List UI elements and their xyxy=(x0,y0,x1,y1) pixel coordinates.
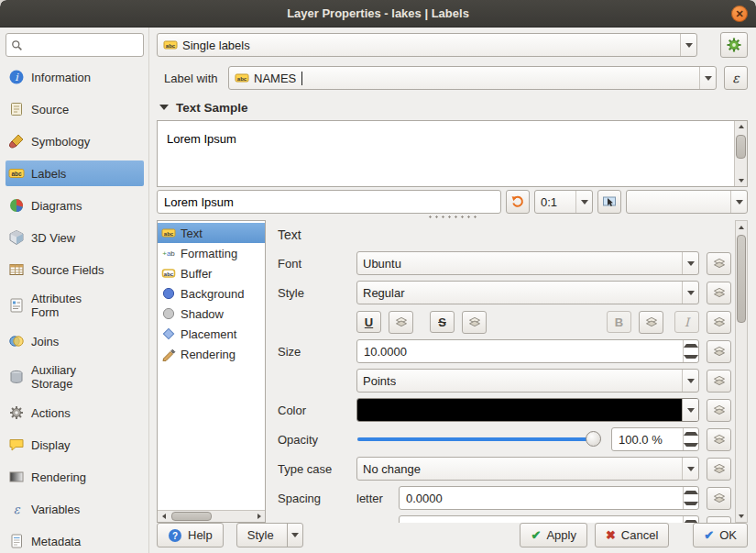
italic-override-button[interactable] xyxy=(707,311,731,334)
sidebar-item-3d-view[interactable]: 3D View xyxy=(5,225,144,250)
sample-background-color-combo[interactable] xyxy=(626,190,748,214)
tab-background[interactable]: Background xyxy=(158,283,265,304)
tabs-horizontal-scrollbar[interactable] xyxy=(158,510,265,522)
underline-override-button[interactable] xyxy=(389,311,413,334)
slider-handle[interactable] xyxy=(586,431,601,447)
close-icon[interactable] xyxy=(731,6,748,22)
word-spacing-override-button[interactable] xyxy=(707,516,731,524)
label-mode-combo[interactable]: abc Single labels xyxy=(157,33,697,57)
scrollbar-thumb[interactable] xyxy=(737,235,746,323)
scroll-up-icon[interactable] xyxy=(735,121,747,133)
size-spinbox[interactable]: 10.0000 xyxy=(356,339,699,363)
spin-up-icon[interactable] xyxy=(684,428,698,439)
tab-rendering[interactable]: Rendering xyxy=(158,344,265,364)
scroll-down-icon[interactable] xyxy=(736,510,747,522)
font-color-button[interactable] xyxy=(356,398,699,422)
size-override-button[interactable] xyxy=(707,340,731,363)
sidebar-item-attributes-form[interactable]: Attributes Form xyxy=(5,289,144,322)
strikeout-override-button[interactable] xyxy=(462,311,487,334)
tab-buffer[interactable]: abc Buffer xyxy=(158,263,265,283)
rendering-tab-icon xyxy=(161,347,176,361)
rendering-icon xyxy=(8,469,25,485)
sidebar-item-joins[interactable]: Joins xyxy=(5,328,144,354)
data-defined-override-icon xyxy=(712,373,727,388)
splitter-handle[interactable] xyxy=(427,215,478,219)
search-input[interactable] xyxy=(27,39,138,51)
scroll-up-icon[interactable] xyxy=(736,221,747,233)
scrollbar-thumb[interactable] xyxy=(171,512,212,521)
style-combo[interactable]: Regular xyxy=(356,281,699,304)
word-spacing-spinbox[interactable] xyxy=(399,515,699,523)
opacity-spinbox[interactable]: 100.0 % xyxy=(611,427,699,451)
style-override-button[interactable] xyxy=(707,282,731,304)
scroll-down-icon[interactable] xyxy=(735,174,747,186)
font-override-button[interactable] xyxy=(707,252,731,275)
color-swatch xyxy=(357,399,682,421)
sidebar-item-actions[interactable]: Actions xyxy=(5,400,144,426)
scrollbar-thumb[interactable] xyxy=(736,135,746,159)
chevron-down-icon xyxy=(682,252,698,274)
size-unit-combo[interactable]: Points xyxy=(356,369,699,393)
sample-text-input[interactable] xyxy=(157,190,501,214)
sidebar-item-rendering[interactable]: Rendering xyxy=(5,464,144,490)
label-with-field-combo[interactable]: abc NAMES xyxy=(228,66,717,90)
panel-vertical-scrollbar[interactable] xyxy=(735,220,748,523)
letter-spacing-override-button[interactable] xyxy=(707,487,731,510)
sidebar-item-diagrams[interactable]: Diagrams xyxy=(5,193,144,218)
reset-sample-button[interactable] xyxy=(506,190,530,214)
dialog-button-box: ? Help Style Apply Cancel xyxy=(157,523,748,547)
spacing-label: Spacing xyxy=(278,492,356,505)
help-button[interactable]: ? Help xyxy=(157,523,224,547)
scroll-right-icon[interactable] xyxy=(253,511,265,522)
text-sample-section-header[interactable]: Text Sample xyxy=(157,100,748,116)
data-defined-override-icon xyxy=(712,344,727,359)
placement-engine-settings-button[interactable] xyxy=(720,32,748,58)
sidebar-item-auxiliary-storage[interactable]: Auxiliary Storage xyxy=(5,360,144,393)
bold-override-button[interactable] xyxy=(639,311,663,334)
sidebar-item-metadata[interactable]: Metadata xyxy=(5,528,144,553)
sample-vertical-scrollbar[interactable] xyxy=(734,121,747,186)
spin-up-icon[interactable] xyxy=(684,487,698,498)
spin-up-icon[interactable] xyxy=(684,340,698,351)
sidebar-item-labels[interactable]: abc Labels xyxy=(5,160,144,186)
sample-scale-combo[interactable]: 0:1 xyxy=(534,190,593,214)
expression-builder-button[interactable] xyxy=(724,66,748,90)
spin-down-icon[interactable] xyxy=(684,498,698,509)
spin-down-icon[interactable] xyxy=(684,351,698,362)
letter-spacing-spinbox[interactable]: 0.0000 xyxy=(399,486,699,510)
tab-formatting[interactable]: +ab Formatting xyxy=(158,243,265,263)
spin-down-icon[interactable] xyxy=(684,439,698,450)
color-override-button[interactable] xyxy=(707,399,731,422)
apply-button[interactable]: Apply xyxy=(520,523,586,547)
font-combo[interactable]: Ubuntu xyxy=(356,251,699,275)
sidebar-item-source-fields[interactable]: Source Fields xyxy=(5,257,144,282)
tab-text[interactable]: abc Text xyxy=(158,223,265,243)
sidebar-item-source[interactable]: Source xyxy=(5,96,144,122)
set-scale-from-canvas-button[interactable] xyxy=(597,190,621,214)
strikeout-button[interactable]: S xyxy=(430,311,455,333)
chevron-down-icon xyxy=(287,524,302,547)
opacity-override-button[interactable] xyxy=(707,428,731,451)
tab-shadow[interactable]: Shadow xyxy=(158,304,265,324)
sidebar-item-information[interactable]: i Information xyxy=(5,64,144,90)
tab-placement[interactable]: Placement xyxy=(158,324,265,344)
data-defined-override-icon xyxy=(712,432,727,447)
svg-text:abc: abc xyxy=(164,271,174,277)
cancel-button[interactable]: Cancel xyxy=(595,523,669,547)
ok-button[interactable]: OK xyxy=(693,523,748,547)
opacity-slider[interactable] xyxy=(356,427,602,451)
bold-button[interactable]: B xyxy=(607,311,631,333)
italic-button[interactable]: I xyxy=(674,311,699,333)
sidebar-item-display[interactable]: Display xyxy=(5,432,144,458)
scroll-left-icon[interactable] xyxy=(158,511,170,522)
color-label: Color xyxy=(278,404,356,417)
underline-button[interactable]: U xyxy=(356,311,381,333)
data-defined-override-icon xyxy=(712,285,727,300)
sidebar-item-variables[interactable]: ε Variables xyxy=(5,496,144,522)
style-menu-button[interactable]: Style xyxy=(236,523,303,547)
size-unit-override-button[interactable] xyxy=(707,370,731,393)
type-case-combo[interactable]: No change xyxy=(356,457,699,481)
type-case-override-button[interactable] xyxy=(707,458,731,481)
data-defined-override-icon xyxy=(712,461,727,476)
sidebar-item-symbology[interactable]: Symbology xyxy=(5,128,144,154)
